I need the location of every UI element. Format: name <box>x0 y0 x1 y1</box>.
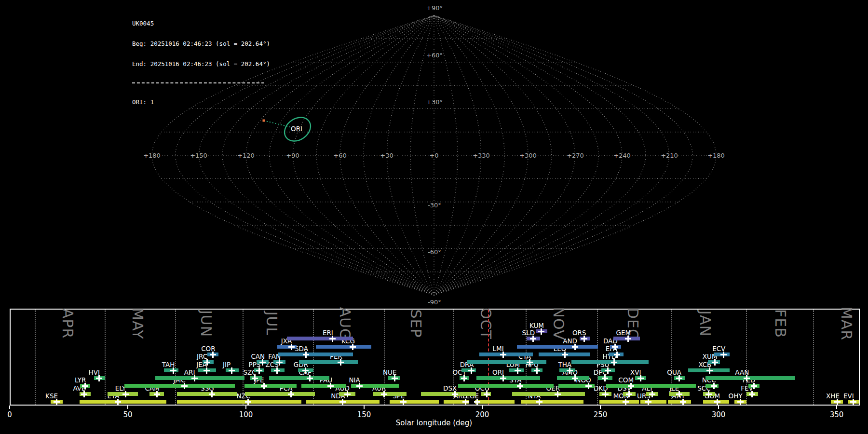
shower-bar-CTA <box>467 360 546 364</box>
shower-peak-marker-NDA <box>339 399 346 405</box>
month-label-MAY: MAY <box>129 308 146 339</box>
shower-peak-marker-COM <box>628 383 634 389</box>
shower-peak-marker-ALY <box>649 391 655 397</box>
peak-marker-v <box>583 336 585 342</box>
shower-peak-marker-AVB <box>81 391 87 397</box>
peak-marker-v <box>305 367 306 374</box>
peak-marker-v <box>231 367 232 374</box>
radiant-map: +90°-90°+60°+30°-30°-60°+180+150+120+90+… <box>0 0 868 309</box>
month-label-JUL: JUL <box>263 312 280 336</box>
shower-peak-marker-XHE <box>834 399 841 405</box>
shower-peak-marker-ARI <box>191 375 198 381</box>
shower-peak-marker-EGE <box>474 399 480 405</box>
map-pole-label: -90° <box>428 298 441 306</box>
shower-peak-marker-NUE <box>392 375 398 381</box>
shower-bar-AHY <box>668 400 691 404</box>
map-grid-meridian <box>434 15 575 295</box>
shower-peak-marker-SLD <box>530 336 536 342</box>
shower-peak-marker-ERI <box>329 336 336 342</box>
month-line-APR <box>35 310 36 405</box>
peak-marker-v <box>254 375 256 381</box>
map-longitude-label: +240 <box>613 152 631 159</box>
shower-peak-marker-DRA <box>468 367 475 374</box>
shower-peak-marker-JEA <box>203 367 210 374</box>
x-tick-label-150: 150 <box>357 410 371 419</box>
peak-marker-v <box>616 352 618 358</box>
peak-marker-v <box>607 367 609 374</box>
peak-marker-v <box>290 391 292 397</box>
map-longitude-label: +180 <box>707 152 725 159</box>
shower-peak-marker-LMI <box>500 352 506 358</box>
peak-marker-v <box>84 383 86 389</box>
shower-bar-ORI <box>476 376 540 380</box>
shower-peak-marker-NIA <box>356 383 363 389</box>
x-tick-350 <box>836 406 837 409</box>
peak-marker-v <box>853 399 854 405</box>
shower-peak-marker-SZC <box>252 375 258 381</box>
peak-marker-v <box>212 352 214 358</box>
shower-bar-SPE <box>390 400 439 404</box>
peak-marker-v <box>206 359 208 366</box>
shower-bar-ERI <box>287 337 353 340</box>
shower-peak-marker-HYD <box>611 359 617 366</box>
shower-peak-marker-JRC <box>204 359 210 366</box>
peak-marker-v <box>604 375 606 381</box>
peak-marker-v <box>640 375 641 381</box>
peak-marker-v <box>184 383 185 389</box>
x-axis-title: Solar longitude (deg) <box>396 419 472 427</box>
shower-peak-marker-TAH <box>170 367 176 374</box>
peak-marker-v <box>332 336 333 342</box>
peak-marker-v <box>340 359 341 366</box>
shower-peak-marker-DPC <box>602 375 608 381</box>
map-longitude-label: +150 <box>190 152 207 159</box>
peak-marker-v <box>574 344 576 350</box>
peak-marker-v <box>614 344 616 350</box>
shower-peak-marker-DSX <box>452 391 458 397</box>
shower-peak-marker-RPU <box>534 367 540 374</box>
shower-peak-marker-ETA <box>115 399 121 405</box>
shower-peak-marker-OCT <box>461 375 467 381</box>
shower-bar-AUR <box>373 392 407 396</box>
shower-peak-marker-GUM <box>714 399 720 405</box>
shower-peak-marker-OHY <box>737 399 744 405</box>
peak-marker-v <box>125 391 126 397</box>
shower-peak-marker-KSE <box>54 399 60 405</box>
map-longitude-label: +60 <box>333 152 346 159</box>
map-longitude-label: +0 <box>429 152 438 159</box>
x-tick-label-100: 100 <box>239 410 253 419</box>
map-latitude-label: -30° <box>428 202 441 209</box>
peak-marker-v <box>740 399 741 405</box>
x-tick-250 <box>600 406 601 409</box>
x-tick-150 <box>364 406 365 409</box>
peak-marker-v <box>258 367 260 374</box>
peak-marker-v <box>98 375 100 381</box>
shower-peak-marker-AMO <box>572 375 578 381</box>
shower-peak-marker-DAD <box>612 344 618 350</box>
month-label-OCT: OCT <box>477 308 494 339</box>
shower-peak-marker-NCC <box>711 383 717 389</box>
peak-marker-v <box>519 383 521 389</box>
month-label-JAN: JAN <box>697 311 714 337</box>
peak-marker-v <box>279 359 280 366</box>
peak-marker-v <box>541 328 542 335</box>
peak-marker-v <box>605 391 606 397</box>
peak-marker-v <box>564 352 566 358</box>
shower-bar-MON <box>599 400 639 404</box>
peak-marker-v <box>291 344 292 350</box>
peak-marker-v <box>309 375 311 381</box>
shower-bar-STA <box>458 384 554 388</box>
shower-peak-marker-CAM <box>154 391 160 397</box>
shower-bar-URS <box>640 400 666 404</box>
month-label-MAR: MAR <box>838 307 855 340</box>
peak-marker-v <box>613 359 615 366</box>
peak-marker-v <box>708 391 709 397</box>
x-tick-label-200: 200 <box>475 410 489 419</box>
shower-peak-marker-SCC <box>705 391 712 397</box>
peak-marker-v <box>471 367 472 374</box>
peak-marker-v <box>539 399 540 405</box>
shower-peak-marker-PER <box>338 359 344 366</box>
shower-peak-marker-JPE <box>261 383 267 389</box>
shower-peak-marker-SSG <box>209 391 215 397</box>
map-grid-meridian <box>434 15 669 295</box>
shower-peak-marker-PSU <box>605 367 611 374</box>
